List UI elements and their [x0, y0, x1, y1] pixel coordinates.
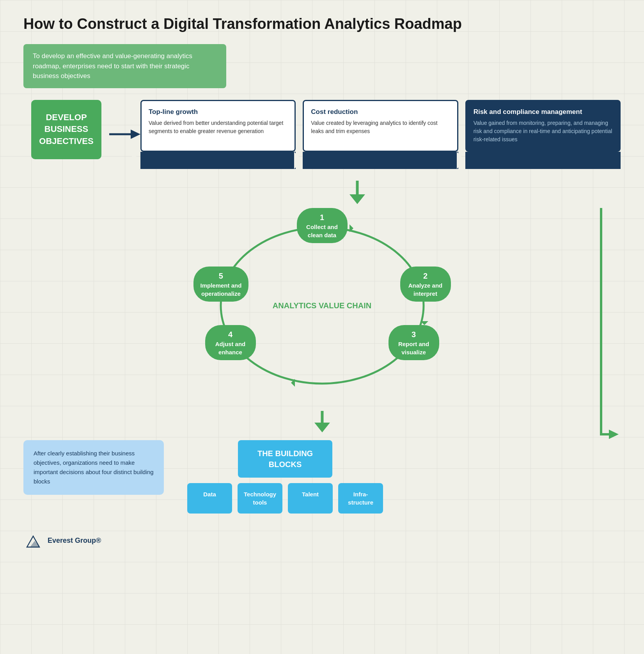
building-blocks-area: THE BUILDING BLOCKS Data Technology tool…	[187, 440, 383, 514]
cycle-node-4: 4 Adjust and enhance	[205, 325, 256, 360]
card-body-top-line: Value derived from better understanding …	[149, 119, 287, 135]
arrow-chevron-3	[457, 152, 465, 169]
svg-marker-3	[294, 152, 303, 169]
arrow-bar-1	[140, 152, 296, 169]
building-blocks-title: THE BUILDING BLOCKS	[238, 440, 332, 478]
objective-cards-row: Top-line growth Value derived from bette…	[140, 100, 621, 152]
svg-marker-13	[314, 423, 330, 432]
card-body-cost: Value created by leveraging analytics to…	[311, 119, 450, 135]
analytics-value-chain-label: ANALYTICS VALUE CHAIN	[273, 300, 371, 311]
card-title-cost: Cost reduction	[311, 108, 450, 116]
block-talent: Talent	[288, 483, 333, 514]
svg-marker-14	[609, 430, 619, 439]
footer: Everest Group®	[23, 533, 621, 549]
intro-text: To develop an effective and value-genera…	[33, 52, 192, 80]
cycle-node-1: 1 Collect and clean data	[297, 208, 348, 243]
card-risk-compliance: Risk and compliance management Value gai…	[465, 100, 621, 152]
green-down-arrow-top	[94, 181, 621, 204]
building-blocks-items-row: Data Technology tools Talent Infra- stru…	[187, 483, 383, 514]
everest-logo-icon	[23, 533, 43, 549]
building-blocks-note-text: After clearly establishing their busines…	[34, 450, 154, 485]
cycle-node-2: 2 Analyze and interpret	[400, 267, 451, 302]
building-blocks-note-box: After clearly establishing their busines…	[23, 440, 164, 495]
card-cost-reduction: Cost reduction Value created by leveragi…	[303, 100, 458, 152]
card-top-line-growth: Top-line growth Value derived from bette…	[140, 100, 296, 152]
left-arrow-connector	[109, 123, 140, 146]
analytics-value-chain-section: ANALYTICS VALUE CHAIN 1 Collect and clea…	[23, 204, 621, 432]
arrow-bar-3	[465, 152, 621, 169]
svg-marker-1	[131, 130, 140, 139]
svg-marker-6	[349, 194, 365, 204]
green-down-arrow-bottom	[23, 411, 621, 432]
company-name: Everest Group®	[48, 537, 101, 545]
arrow-chevron-2	[294, 152, 303, 169]
card-body-risk: Value gained from monitoring, preparing,…	[474, 119, 612, 144]
cycle-node-5: 5 Implement and operationalize	[193, 267, 249, 302]
card-title-risk: Risk and compliance management	[474, 108, 612, 116]
footer-company-info: Everest Group®	[48, 537, 101, 545]
green-right-path	[597, 204, 628, 432]
block-data: Data	[187, 483, 232, 514]
svg-marker-2	[132, 152, 140, 169]
block-infrastructure: Infra- structure	[338, 483, 383, 514]
arrow-chevron-1	[132, 152, 140, 169]
card-title-top-line: Top-line growth	[149, 108, 287, 116]
arrow-bar-2	[303, 152, 458, 169]
intro-box: To develop an effective and value-genera…	[23, 44, 226, 88]
cycle-node-3: 3 Report and visualize	[389, 325, 439, 360]
bottom-section: After clearly establishing their busines…	[23, 440, 621, 514]
arrow-bars-row	[140, 152, 621, 169]
svg-marker-4	[457, 152, 465, 169]
page-title: How to Construct a Digital Transformatio…	[23, 16, 621, 32]
block-technology: Technology tools	[238, 483, 282, 514]
develop-objectives-box: DEVELOPBUSINESSOBJECTIVES	[31, 100, 101, 159]
